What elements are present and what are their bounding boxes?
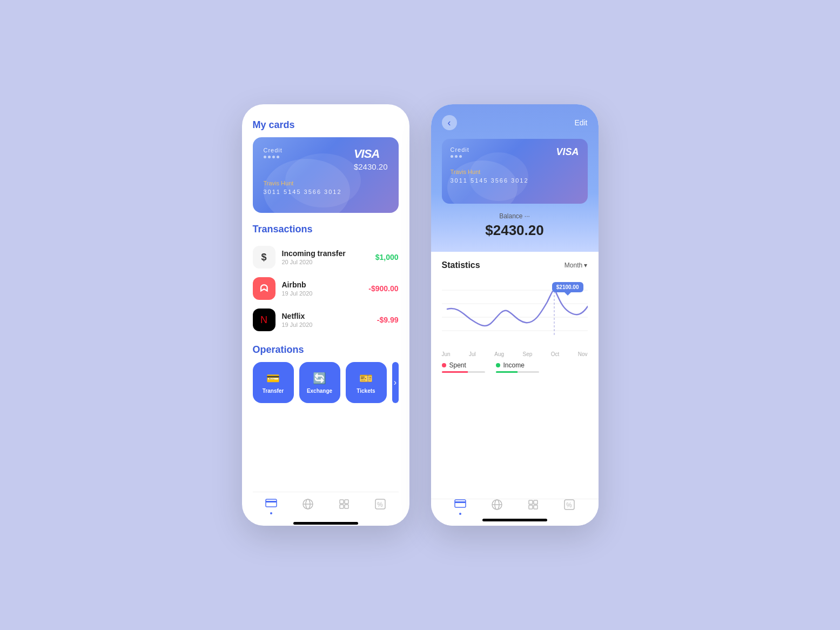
- transaction-name-2: Netflix: [282, 312, 371, 320]
- income-bar: [496, 371, 539, 373]
- transaction-item-1[interactable]: ᗣ Airbnb 19 Jul 2020 -$900.00: [253, 273, 399, 304]
- card-dot-r3: [459, 155, 462, 158]
- more-icon: ›: [394, 378, 397, 387]
- transaction-name-1: Airbnb: [282, 280, 362, 289]
- card-dot-2: [268, 156, 271, 158]
- label-sep: Sep: [522, 351, 532, 357]
- right-header: ‹ Edit: [442, 115, 588, 130]
- transaction-amount-2: -$9.99: [377, 316, 399, 324]
- svg-rect-25: [534, 505, 537, 509]
- home-indicator-right: [482, 519, 547, 521]
- visa-logo: VISA: [354, 147, 388, 161]
- globe-nav-icon: [303, 499, 313, 512]
- card-label: Credit: [264, 147, 283, 153]
- card-number-right: 3011 5145 3566 3012: [451, 177, 579, 184]
- transaction-icon-airbnb: ᗣ: [253, 277, 275, 300]
- grid-nav-icon-right: [528, 499, 539, 513]
- transaction-item-0[interactable]: $ Incoming transfer 20 Jul 2020 $1,000: [253, 242, 399, 273]
- svg-rect-17: [455, 500, 466, 507]
- globe-nav-icon-right: [492, 499, 502, 513]
- operations-title: Operations: [253, 344, 399, 356]
- nav-item-percent[interactable]: %: [375, 499, 386, 514]
- transfer-icon: 💳: [266, 372, 280, 385]
- home-indicator-left: [293, 522, 358, 525]
- nav-dot-active-right: [459, 513, 461, 515]
- label-aug: Aug: [494, 351, 504, 357]
- balance-label: Balance ···: [442, 212, 588, 220]
- transaction-icon-dollar: $: [253, 246, 275, 269]
- transaction-date-0: 20 Jul 2020: [282, 259, 369, 265]
- svg-rect-23: [534, 500, 537, 504]
- transaction-info-1: Airbnb 19 Jul 2020: [282, 280, 362, 297]
- transaction-info-0: Incoming transfer 20 Jul 2020: [282, 249, 369, 265]
- grid-nav-icon: [339, 499, 350, 512]
- bottom-nav-left: %: [253, 492, 399, 519]
- nav-item-card[interactable]: [265, 499, 277, 514]
- phone-right: ‹ Edit Credit VISA: [431, 104, 599, 526]
- card-dot-3: [272, 156, 275, 158]
- more-button[interactable]: ›: [392, 362, 399, 403]
- back-button[interactable]: ‹: [442, 115, 457, 130]
- transfer-label: Transfer: [263, 388, 284, 394]
- nav-dot-active: [270, 512, 272, 514]
- percent-nav-icon: %: [375, 499, 386, 512]
- chart-container: $2100.00: [442, 277, 588, 347]
- month-selector[interactable]: Month ▾: [565, 262, 588, 269]
- card-dot-4: [277, 156, 279, 158]
- transaction-date-2: 19 Jul 2020: [282, 321, 371, 328]
- my-cards-title: My cards: [253, 119, 399, 131]
- card-amount: $2430.20: [354, 162, 388, 171]
- label-oct: Oct: [551, 351, 560, 357]
- transaction-item-2[interactable]: N Netflix 19 Jul 2020 -$9.99: [253, 304, 399, 336]
- card-holder: Travis Hunt: [264, 180, 388, 186]
- card-dot-1: [264, 156, 266, 158]
- svg-rect-1: [266, 501, 277, 502]
- transaction-name-0: Incoming transfer: [282, 249, 369, 258]
- card-number: 3011 5145 3566 3012: [264, 189, 388, 195]
- credit-card-left[interactable]: Credit VISA $2430.20 Travis Hunt: [253, 137, 399, 213]
- legend-spent-label: Spent: [442, 361, 485, 369]
- legend-spent: Spent: [442, 361, 485, 373]
- card-nav-icon: [265, 499, 277, 510]
- phone-left: My cards Credit VISA: [242, 104, 409, 526]
- income-dot: [496, 363, 500, 367]
- exchange-button[interactable]: 🔄 Exchange: [299, 362, 340, 403]
- transaction-amount-1: -$900.00: [368, 284, 398, 293]
- edit-button[interactable]: Edit: [574, 118, 587, 127]
- operations-grid: 💳 Transfer 🔄 Exchange 🎫 Tickets ›: [253, 362, 399, 403]
- stats-header: Statistics Month ▾: [442, 260, 588, 270]
- legend: Spent Income: [442, 361, 588, 373]
- tickets-label: Tickets: [357, 388, 375, 394]
- card-holder-right: Travis Hunt: [451, 169, 579, 175]
- exchange-icon: 🔄: [313, 372, 326, 385]
- transactions-section: Transactions $ Incoming transfer 20 Jul …: [253, 224, 399, 336]
- svg-rect-5: [340, 500, 344, 504]
- nav-item-card-right[interactable]: [454, 499, 466, 515]
- income-text: Income: [503, 361, 525, 369]
- svg-rect-7: [340, 505, 344, 508]
- svg-rect-6: [345, 500, 348, 504]
- credit-card-right[interactable]: Credit VISA Travis Hunt 3011 5145 3566 3…: [442, 139, 588, 204]
- tickets-button[interactable]: 🎫 Tickets: [346, 362, 387, 403]
- stats-title: Statistics: [442, 260, 480, 270]
- exchange-label: Exchange: [307, 388, 332, 394]
- right-top-section: ‹ Edit Credit VISA: [431, 104, 599, 252]
- svg-rect-8: [345, 505, 348, 508]
- transaction-date-1: 19 Jul 2020: [282, 290, 362, 297]
- nav-item-grid[interactable]: [339, 499, 350, 514]
- nav-item-grid-right[interactable]: [528, 499, 539, 515]
- tickets-icon: 🎫: [359, 372, 373, 385]
- svg-text:%: %: [566, 501, 572, 509]
- label-jul: Jul: [469, 351, 476, 357]
- transfer-button[interactable]: 💳 Transfer: [253, 362, 294, 403]
- legend-income: Income: [496, 361, 539, 373]
- price-tooltip: $2100.00: [552, 282, 583, 292]
- card-dot-r1: [451, 155, 453, 158]
- nav-item-globe[interactable]: [303, 499, 313, 514]
- label-nov: Nov: [578, 351, 588, 357]
- nav-item-globe-right[interactable]: [492, 499, 502, 515]
- bottom-nav-right: %: [431, 499, 599, 515]
- svg-text:%: %: [377, 501, 383, 508]
- nav-item-percent-right[interactable]: %: [564, 499, 575, 515]
- balance-section: Balance ··· $2430.20: [442, 212, 588, 239]
